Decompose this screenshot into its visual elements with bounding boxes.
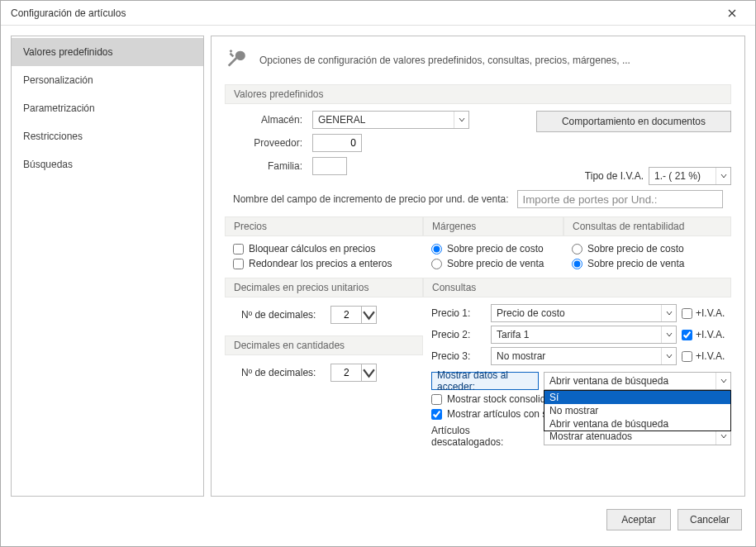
footer: Aceptar Cancelar <box>11 503 745 536</box>
chevron-down-icon <box>661 348 676 364</box>
precio3-value: No mostrar <box>497 350 661 362</box>
margen-costo-radio-row[interactable]: Sobre precio de costo <box>431 243 555 254</box>
dec-cant-label: Nº de decimales: <box>241 367 316 378</box>
precio2-iva-label: +I.V.A. <box>696 329 725 340</box>
descat-label: Artículos descatalogados: <box>431 425 539 448</box>
wrench-icon <box>225 48 250 73</box>
group-consultas: Consultas <box>423 278 731 297</box>
dialog-body: Valores predefinidos Personalización Par… <box>1 26 755 546</box>
precio3-iva-checkbox[interactable] <box>682 351 692 362</box>
bloquear-checkbox[interactable] <box>233 244 244 254</box>
rentab-costo-radio-row[interactable]: Sobre precio de costo <box>572 243 723 254</box>
mostrar-label: Mostrar datos al acceder: <box>431 372 539 390</box>
header-row: Opciones de configuración de valores pre… <box>225 48 731 73</box>
iva-combo[interactable]: 1.- ( 21 %) <box>649 167 731 185</box>
precio1-iva-row[interactable]: +I.V.A. <box>682 307 731 319</box>
rentab-venta-radio[interactable] <box>572 259 582 269</box>
precio3-label: Precio 3: <box>431 350 486 362</box>
comportamiento-button[interactable]: Comportamiento en documentos <box>536 111 731 132</box>
ok-button[interactable]: Aceptar <box>606 509 671 530</box>
dec-cant-input[interactable] <box>330 364 362 382</box>
precio1-combo[interactable]: Precio de costo <box>491 304 677 322</box>
margen-costo-radio[interactable] <box>431 244 442 254</box>
sidebar: Valores predefinidos Personalización Par… <box>11 36 204 497</box>
precio2-label: Precio 2: <box>431 329 486 340</box>
familia-input[interactable] <box>312 157 347 175</box>
redondear-label: Redondear los precios a enteros <box>249 258 392 269</box>
increment-input[interactable] <box>517 190 723 208</box>
mostrar-option-abrir[interactable]: Abrir ventana de búsqueda <box>544 417 730 430</box>
precio1-iva-label: +I.V.A. <box>696 307 725 319</box>
precio1-iva-checkbox[interactable] <box>682 308 692 319</box>
rentab-venta-label: Sobre precio de venta <box>587 258 684 269</box>
sidebar-label: Personalización <box>23 74 93 86</box>
precio2-iva-row[interactable]: +I.V.A. <box>682 329 731 340</box>
precio2-iva-checkbox[interactable] <box>682 330 692 340</box>
group-dec-unit: Decimales en precios unitarios <box>225 278 423 297</box>
group-valores: Valores predefinidos <box>225 84 731 104</box>
chevron-down-icon <box>661 326 676 343</box>
sidebar-label: Valores predefinidos <box>23 46 113 58</box>
sidebar-item-parametrizacion[interactable]: Parametrización <box>12 94 203 122</box>
articulos-sto-checkbox[interactable] <box>431 409 442 420</box>
close-button[interactable] <box>716 1 749 26</box>
sidebar-item-personalizacion[interactable]: Personalización <box>12 66 203 94</box>
sidebar-item-busquedas[interactable]: Búsquedas <box>12 150 203 178</box>
bloquear-checkbox-row[interactable]: Bloquear cálculos en precios <box>233 243 415 254</box>
sidebar-item-restricciones[interactable]: Restricciones <box>12 122 203 150</box>
precio3-iva-label: +I.V.A. <box>696 350 725 362</box>
chevron-down-icon[interactable] <box>362 306 377 324</box>
main-panel: Opciones de configuración de valores pre… <box>211 36 745 497</box>
sidebar-label: Búsquedas <box>23 159 73 170</box>
almacen-value: GENERAL <box>318 114 454 126</box>
titlebar: Configuración de artículos <box>1 1 755 26</box>
precio3-combo[interactable]: No mostrar <box>491 347 677 365</box>
cancel-button[interactable]: Cancelar <box>678 509 742 530</box>
chevron-down-icon <box>716 168 730 184</box>
redondear-checkbox[interactable] <box>233 259 244 269</box>
rentab-costo-radio[interactable] <box>572 244 582 254</box>
dec-unit-input[interactable] <box>330 306 362 324</box>
chevron-down-icon[interactable] <box>362 364 377 382</box>
sidebar-label: Parametrización <box>23 102 95 114</box>
precio3-iva-row[interactable]: +I.V.A. <box>682 350 731 362</box>
dec-cant-spinner[interactable] <box>330 364 377 382</box>
dec-unit-label: Nº de decimales: <box>241 309 316 321</box>
header-description: Opciones de configuración de valores pre… <box>259 55 630 66</box>
chevron-down-icon <box>661 305 676 321</box>
precio2-combo[interactable]: Tarifa 1 <box>491 326 677 344</box>
increment-label: Nombre del campo de incremento de precio… <box>233 193 509 205</box>
rentab-costo-label: Sobre precio de costo <box>587 243 684 254</box>
proveedor-input[interactable] <box>312 134 362 152</box>
margen-venta-radio[interactable] <box>431 259 442 269</box>
group-dec-cant: Decimales en cantidades <box>225 335 423 355</box>
stock-consol-checkbox[interactable] <box>431 394 442 405</box>
margen-venta-radio-row[interactable]: Sobre precio de venta <box>431 258 555 269</box>
valores-row: Almacén: GENERAL Proveedor: Familia: <box>225 111 731 185</box>
mostrar-value: Abrir ventana de búsqueda <box>549 375 716 387</box>
margen-costo-label: Sobre precio de costo <box>447 243 544 254</box>
chevron-down-icon <box>454 112 468 128</box>
precio1-value: Precio de costo <box>497 307 661 319</box>
familia-label: Familia: <box>233 160 306 172</box>
precio2-value: Tarifa 1 <box>497 329 661 340</box>
mostrar-option-si[interactable]: Sí <box>544 391 730 404</box>
mostrar-dropdown-list[interactable]: Sí No mostrar Abrir ventana de búsqueda <box>544 390 731 431</box>
ok-label: Aceptar <box>621 514 655 526</box>
almacen-combo[interactable]: GENERAL <box>312 111 469 129</box>
sidebar-label: Restricciones <box>23 131 83 142</box>
group-precios: Precios <box>225 216 423 236</box>
bloquear-label: Bloquear cálculos en precios <box>249 243 375 254</box>
iva-label: Tipo de I.V.A. <box>585 170 644 182</box>
comportamiento-label: Comportamiento en documentos <box>562 116 706 127</box>
panes: Valores predefinidos Personalización Par… <box>11 36 745 497</box>
rentab-venta-radio-row[interactable]: Sobre precio de venta <box>572 258 723 269</box>
sidebar-item-valores[interactable]: Valores predefinidos <box>12 38 203 66</box>
redondear-checkbox-row[interactable]: Redondear los precios a enteros <box>233 258 415 269</box>
mostrar-combo[interactable]: Abrir ventana de búsqueda <box>544 372 731 390</box>
dec-unit-spinner[interactable] <box>330 306 377 324</box>
mostrar-option-no[interactable]: No mostrar <box>544 404 730 417</box>
chevron-down-icon <box>716 373 730 389</box>
close-icon <box>728 9 736 17</box>
articulos-sto-label: Mostrar artículos con st <box>447 408 550 420</box>
